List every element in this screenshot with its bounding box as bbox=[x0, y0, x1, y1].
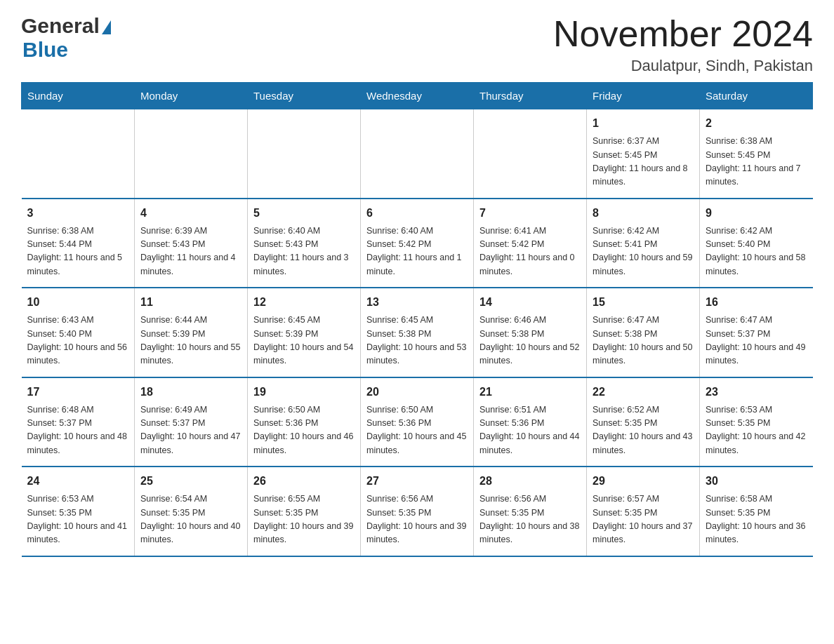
day-header-tuesday: Tuesday bbox=[248, 83, 361, 109]
calendar-cell: 8Sunrise: 6:42 AMSunset: 5:41 PMDaylight… bbox=[587, 199, 700, 288]
calendar-cell: 29Sunrise: 6:57 AMSunset: 5:35 PMDayligh… bbox=[587, 467, 700, 556]
day-info: Sunrise: 6:49 AMSunset: 5:37 PMDaylight:… bbox=[140, 403, 241, 458]
day-number: 12 bbox=[253, 294, 355, 311]
day-number: 27 bbox=[366, 473, 468, 490]
day-number: 24 bbox=[27, 473, 129, 490]
calendar-cell: 16Sunrise: 6:47 AMSunset: 5:37 PMDayligh… bbox=[700, 288, 813, 377]
day-number: 25 bbox=[140, 473, 241, 490]
day-info: Sunrise: 6:47 AMSunset: 5:38 PMDaylight:… bbox=[593, 314, 694, 368]
day-number: 13 bbox=[366, 294, 468, 311]
calendar-cell: 6Sunrise: 6:40 AMSunset: 5:42 PMDaylight… bbox=[361, 199, 474, 288]
day-number: 19 bbox=[253, 384, 355, 401]
day-number: 1 bbox=[593, 115, 694, 132]
day-number: 8 bbox=[593, 205, 694, 222]
days-header-row: SundayMondayTuesdayWednesdayThursdayFrid… bbox=[22, 83, 813, 109]
day-info: Sunrise: 6:44 AMSunset: 5:39 PMDaylight:… bbox=[140, 314, 241, 368]
calendar-cell: 15Sunrise: 6:47 AMSunset: 5:38 PMDayligh… bbox=[587, 288, 700, 377]
day-info: Sunrise: 6:40 AMSunset: 5:42 PMDaylight:… bbox=[366, 224, 468, 279]
calendar-cell: 20Sunrise: 6:50 AMSunset: 5:36 PMDayligh… bbox=[361, 377, 474, 467]
day-number: 23 bbox=[706, 384, 807, 401]
calendar-cell: 28Sunrise: 6:56 AMSunset: 5:35 PMDayligh… bbox=[474, 467, 587, 556]
calendar-cell: 18Sunrise: 6:49 AMSunset: 5:37 PMDayligh… bbox=[135, 377, 248, 467]
day-info: Sunrise: 6:45 AMSunset: 5:38 PMDaylight:… bbox=[366, 314, 468, 368]
calendar-cell: 26Sunrise: 6:55 AMSunset: 5:35 PMDayligh… bbox=[248, 467, 361, 556]
calendar-title: November 2024 bbox=[553, 14, 813, 54]
day-number: 3 bbox=[27, 205, 129, 222]
week-row-1: 1Sunrise: 6:37 AMSunset: 5:45 PMDaylight… bbox=[22, 109, 813, 199]
day-info: Sunrise: 6:39 AMSunset: 5:43 PMDaylight:… bbox=[140, 224, 241, 279]
title-block: November 2024 Daulatpur, Sindh, Pakistan bbox=[553, 14, 813, 75]
day-number: 11 bbox=[140, 294, 241, 311]
calendar-cell: 30Sunrise: 6:58 AMSunset: 5:35 PMDayligh… bbox=[700, 467, 813, 556]
day-header-thursday: Thursday bbox=[474, 83, 587, 109]
day-info: Sunrise: 6:55 AMSunset: 5:35 PMDaylight:… bbox=[253, 492, 355, 547]
day-info: Sunrise: 6:50 AMSunset: 5:36 PMDaylight:… bbox=[366, 403, 468, 458]
day-header-sunday: Sunday bbox=[22, 83, 135, 109]
calendar-cell: 9Sunrise: 6:42 AMSunset: 5:40 PMDaylight… bbox=[700, 199, 813, 288]
calendar-cell: 23Sunrise: 6:53 AMSunset: 5:35 PMDayligh… bbox=[700, 377, 813, 467]
calendar-cell bbox=[474, 109, 587, 199]
day-info: Sunrise: 6:48 AMSunset: 5:37 PMDaylight:… bbox=[27, 403, 129, 458]
day-number: 15 bbox=[593, 294, 694, 311]
day-info: Sunrise: 6:47 AMSunset: 5:37 PMDaylight:… bbox=[706, 314, 807, 368]
day-info: Sunrise: 6:38 AMSunset: 5:45 PMDaylight:… bbox=[706, 135, 807, 189]
calendar-cell bbox=[135, 109, 248, 199]
header: General Blue November 2024 Daulatpur, Si… bbox=[21, 14, 813, 75]
day-info: Sunrise: 6:41 AMSunset: 5:42 PMDaylight:… bbox=[479, 224, 581, 279]
calendar-cell: 11Sunrise: 6:44 AMSunset: 5:39 PMDayligh… bbox=[135, 288, 248, 377]
day-number: 18 bbox=[140, 384, 241, 401]
day-info: Sunrise: 6:37 AMSunset: 5:45 PMDaylight:… bbox=[593, 135, 694, 189]
day-info: Sunrise: 6:42 AMSunset: 5:41 PMDaylight:… bbox=[593, 224, 694, 279]
day-number: 4 bbox=[140, 205, 241, 222]
day-header-friday: Friday bbox=[587, 83, 700, 109]
day-number: 22 bbox=[593, 384, 694, 401]
week-row-4: 17Sunrise: 6:48 AMSunset: 5:37 PMDayligh… bbox=[22, 377, 813, 467]
day-number: 6 bbox=[366, 205, 468, 222]
logo-triangle-icon bbox=[102, 20, 111, 34]
calendar-cell: 1Sunrise: 6:37 AMSunset: 5:45 PMDaylight… bbox=[587, 109, 700, 199]
calendar-cell: 13Sunrise: 6:45 AMSunset: 5:38 PMDayligh… bbox=[361, 288, 474, 377]
calendar-cell: 25Sunrise: 6:54 AMSunset: 5:35 PMDayligh… bbox=[135, 467, 248, 556]
calendar-cell: 2Sunrise: 6:38 AMSunset: 5:45 PMDaylight… bbox=[700, 109, 813, 199]
day-number: 28 bbox=[479, 473, 581, 490]
day-number: 14 bbox=[479, 294, 581, 311]
day-number: 29 bbox=[593, 473, 694, 490]
day-number: 26 bbox=[253, 473, 355, 490]
day-number: 30 bbox=[706, 473, 807, 490]
calendar-cell: 27Sunrise: 6:56 AMSunset: 5:35 PMDayligh… bbox=[361, 467, 474, 556]
week-row-2: 3Sunrise: 6:38 AMSunset: 5:44 PMDaylight… bbox=[22, 199, 813, 288]
day-info: Sunrise: 6:50 AMSunset: 5:36 PMDaylight:… bbox=[253, 403, 355, 458]
day-number: 21 bbox=[479, 384, 581, 401]
day-info: Sunrise: 6:56 AMSunset: 5:35 PMDaylight:… bbox=[479, 492, 581, 547]
calendar-cell: 14Sunrise: 6:46 AMSunset: 5:38 PMDayligh… bbox=[474, 288, 587, 377]
day-info: Sunrise: 6:38 AMSunset: 5:44 PMDaylight:… bbox=[27, 224, 129, 279]
calendar-cell: 10Sunrise: 6:43 AMSunset: 5:40 PMDayligh… bbox=[22, 288, 135, 377]
logo: General Blue bbox=[21, 14, 111, 62]
calendar-cell bbox=[22, 109, 135, 199]
calendar-cell: 24Sunrise: 6:53 AMSunset: 5:35 PMDayligh… bbox=[22, 467, 135, 556]
calendar-cell: 12Sunrise: 6:45 AMSunset: 5:39 PMDayligh… bbox=[248, 288, 361, 377]
calendar-cell: 7Sunrise: 6:41 AMSunset: 5:42 PMDaylight… bbox=[474, 199, 587, 288]
day-number: 10 bbox=[27, 294, 129, 311]
calendar-cell: 22Sunrise: 6:52 AMSunset: 5:35 PMDayligh… bbox=[587, 377, 700, 467]
calendar-cell: 19Sunrise: 6:50 AMSunset: 5:36 PMDayligh… bbox=[248, 377, 361, 467]
logo-blue: Blue bbox=[22, 38, 68, 62]
day-info: Sunrise: 6:42 AMSunset: 5:40 PMDaylight:… bbox=[706, 224, 807, 279]
calendar-cell: 3Sunrise: 6:38 AMSunset: 5:44 PMDaylight… bbox=[22, 199, 135, 288]
day-info: Sunrise: 6:51 AMSunset: 5:36 PMDaylight:… bbox=[479, 403, 581, 458]
day-info: Sunrise: 6:46 AMSunset: 5:38 PMDaylight:… bbox=[479, 314, 581, 368]
day-info: Sunrise: 6:52 AMSunset: 5:35 PMDaylight:… bbox=[593, 403, 694, 458]
day-info: Sunrise: 6:57 AMSunset: 5:35 PMDaylight:… bbox=[593, 492, 694, 547]
day-number: 5 bbox=[253, 205, 355, 222]
day-info: Sunrise: 6:53 AMSunset: 5:35 PMDaylight:… bbox=[27, 492, 129, 547]
day-number: 2 bbox=[706, 115, 807, 132]
day-info: Sunrise: 6:43 AMSunset: 5:40 PMDaylight:… bbox=[27, 314, 129, 368]
day-number: 16 bbox=[706, 294, 807, 311]
calendar-cell: 17Sunrise: 6:48 AMSunset: 5:37 PMDayligh… bbox=[22, 377, 135, 467]
day-info: Sunrise: 6:45 AMSunset: 5:39 PMDaylight:… bbox=[253, 314, 355, 368]
day-number: 9 bbox=[706, 205, 807, 222]
calendar-cell: 4Sunrise: 6:39 AMSunset: 5:43 PMDaylight… bbox=[135, 199, 248, 288]
day-header-saturday: Saturday bbox=[700, 83, 813, 109]
day-info: Sunrise: 6:54 AMSunset: 5:35 PMDaylight:… bbox=[140, 492, 241, 547]
day-header-wednesday: Wednesday bbox=[361, 83, 474, 109]
